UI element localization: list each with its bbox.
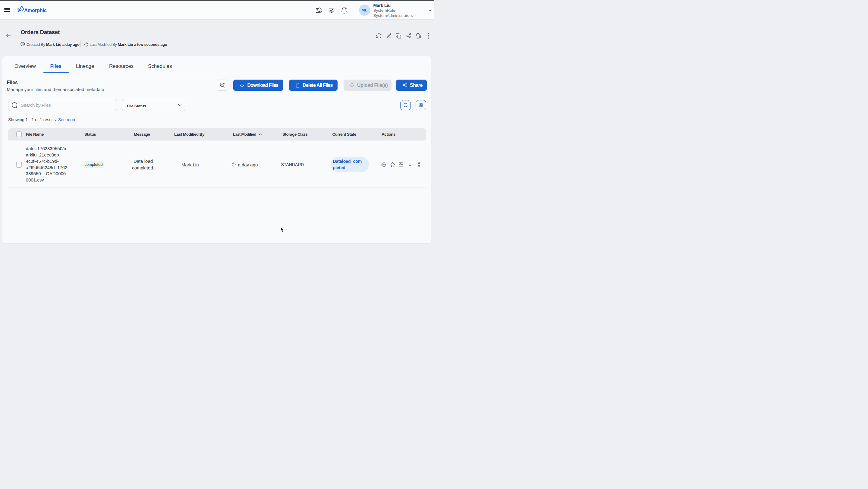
svg-text:AI: AI [383,164,384,165]
